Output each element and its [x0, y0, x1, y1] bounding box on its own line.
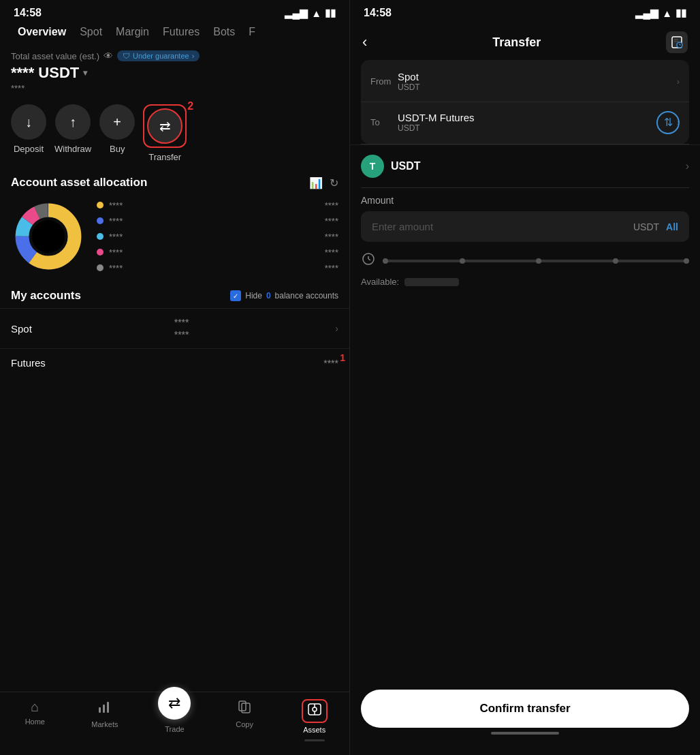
badge-2: 2: [187, 100, 193, 112]
allocation-content: **** **** **** **** **** **** **** **** …: [0, 194, 349, 279]
usdt-row[interactable]: T USDT ›: [350, 144, 700, 187]
from-name: Spot: [398, 71, 677, 82]
right-time: 14:58: [364, 7, 392, 19]
slider-dot-25: [460, 258, 465, 264]
slider-dot-50: [536, 258, 541, 264]
tab-futures[interactable]: Futures: [156, 23, 206, 41]
slider-dot-100: [684, 258, 689, 264]
to-row[interactable]: To USDT-M Futures USDT › ⇅: [361, 102, 689, 142]
from-info: Spot USDT: [398, 71, 677, 92]
legend-item-4: **** ****: [97, 263, 338, 273]
right-header: ‹ Transfer: [350, 23, 700, 60]
nav-home[interactable]: ⌂ Home: [14, 699, 55, 741]
legend-list: **** **** **** **** **** **** **** **** …: [97, 200, 338, 273]
from-sub: USDT: [398, 82, 677, 92]
slider-dot-75: [613, 258, 618, 264]
tab-overview[interactable]: Overview: [11, 23, 73, 41]
right-wifi-icon: ▲: [662, 7, 672, 19]
from-chevron-icon: ›: [677, 76, 680, 87]
amount-all-button[interactable]: All: [666, 221, 678, 232]
donut-chart: [11, 199, 86, 274]
home-label: Home: [25, 718, 45, 726]
transfer-label: Transfer: [148, 152, 181, 162]
guarantee-badge[interactable]: 🛡 Under guarantee ›: [117, 50, 200, 61]
svg-rect-10: [239, 701, 246, 711]
asset-section: Total asset value (est.) 👁 🛡 Under guara…: [0, 46, 349, 95]
markets-icon: [97, 699, 112, 718]
hide-checkbox[interactable]: ✓: [230, 290, 241, 301]
swap-button[interactable]: ⇅: [656, 111, 680, 134]
svg-point-6: [32, 220, 65, 253]
nav-copy[interactable]: Copy: [224, 699, 265, 741]
nav-markets[interactable]: Markets: [84, 699, 125, 741]
spot-chevron-icon: ›: [335, 323, 338, 334]
svg-rect-9: [107, 702, 109, 713]
spot-account-row[interactable]: Spot **** **** ›: [0, 308, 349, 348]
futures-account-row[interactable]: Futures **** 1: [0, 348, 349, 377]
from-label: From: [370, 76, 398, 87]
buy-button[interactable]: + Buy: [99, 104, 135, 154]
legend-dot-0: [97, 202, 104, 209]
bottom-nav: ⌂ Home Markets ⇄ Trade: [0, 692, 349, 755]
chart-icon[interactable]: 📊: [309, 176, 323, 189]
confirm-transfer-button[interactable]: Confirm transfer: [361, 690, 689, 728]
confirm-section: Confirm transfer: [350, 679, 700, 755]
deposit-label: Deposit: [14, 144, 44, 154]
usdt-icon: T: [361, 155, 384, 178]
nav-assets[interactable]: Assets: [294, 699, 335, 741]
amount-currency: USDT: [633, 221, 659, 232]
slider-track[interactable]: [383, 260, 689, 262]
dropdown-icon[interactable]: ▾: [83, 68, 87, 78]
usdt-name: USDT: [391, 160, 686, 172]
balance-accounts-label: balance accounts: [275, 291, 338, 301]
refresh-icon[interactable]: ↻: [330, 176, 338, 189]
tab-spot[interactable]: Spot: [73, 23, 109, 41]
amount-placeholder: Enter amount: [372, 221, 626, 232]
assets-highlight-box: [302, 699, 328, 723]
legend-item-0: **** ****: [97, 200, 338, 211]
asset-label-text: Total asset value (est.): [11, 51, 99, 61]
transfer-button[interactable]: ⇄ 2 Transfer: [143, 104, 187, 162]
home-indicator-right: [491, 732, 559, 735]
my-accounts-header: My accounts ✓ Hide 0 balance accounts: [0, 279, 349, 308]
badge-1: 1: [340, 352, 345, 363]
left-status-icons: ▂▄▆ ▲ ▮▮: [285, 7, 336, 19]
legend-dot-3: [97, 249, 104, 256]
legend-dot-4: [97, 264, 104, 271]
tab-margin[interactable]: Margin: [109, 23, 156, 41]
asset-sub: ****: [11, 83, 338, 93]
assets-icon: [307, 705, 322, 720]
right-battery-icon: ▮▮: [675, 7, 686, 19]
buy-icon-circle: +: [99, 104, 135, 140]
deposit-button[interactable]: ↓ Deposit: [11, 104, 46, 154]
from-row[interactable]: From Spot USDT ›: [361, 61, 689, 102]
right-signal-icon: ▂▄▆: [635, 7, 659, 19]
copy-icon: [237, 699, 252, 718]
right-status-bar: 14:58 ▂▄▆ ▲ ▮▮: [350, 0, 700, 23]
back-button[interactable]: ‹: [362, 33, 367, 51]
home-icon: ⌂: [31, 699, 39, 715]
tab-more[interactable]: F: [242, 23, 262, 41]
withdraw-button[interactable]: ↑ Withdraw: [54, 104, 91, 154]
svg-point-13: [313, 707, 317, 711]
nav-trade[interactable]: ⇄ Trade: [154, 699, 195, 741]
asset-label-row: Total asset value (est.) 👁 🛡 Under guara…: [11, 50, 338, 61]
buy-label: Buy: [110, 144, 125, 154]
available-row: Available:: [350, 274, 700, 294]
eye-icon[interactable]: 👁: [104, 50, 113, 61]
history-icon-button[interactable]: [666, 31, 688, 53]
svg-rect-8: [103, 705, 105, 713]
shield-icon: 🛡: [123, 52, 130, 60]
legend-item-2: **** ****: [97, 232, 338, 242]
assets-label: Assets: [303, 726, 325, 734]
hide-label: Hide: [245, 291, 262, 301]
amount-input-wrap[interactable]: Enter amount USDT All: [361, 211, 689, 242]
tab-bots[interactable]: Bots: [206, 23, 242, 41]
withdraw-label: Withdraw: [54, 144, 91, 154]
hide-balance-row[interactable]: ✓ Hide 0 balance accounts: [230, 290, 338, 301]
futures-val: ****: [323, 358, 338, 369]
chevron-right-icon: ›: [192, 52, 195, 60]
to-info: USDT-M Futures USDT: [398, 112, 677, 133]
usdt-chevron-icon: ›: [686, 160, 689, 172]
slider-row[interactable]: [350, 242, 700, 274]
